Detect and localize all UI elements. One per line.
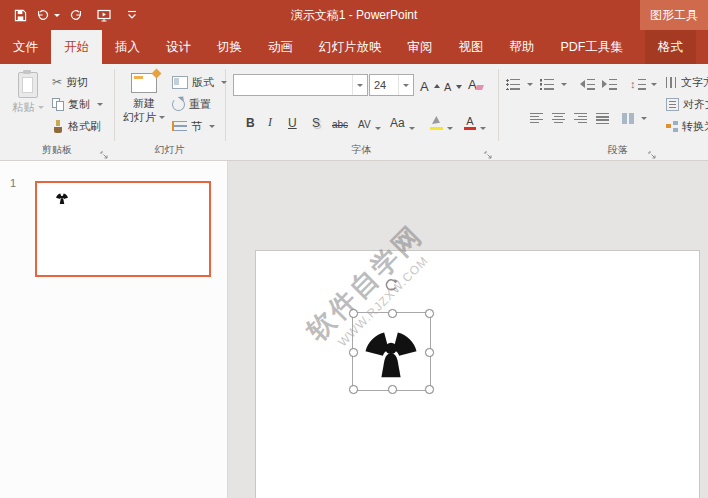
start-slideshow-button[interactable]	[90, 0, 118, 30]
shape-selection[interactable]	[352, 312, 431, 391]
scissors-icon: ✂	[52, 76, 62, 88]
dialog-launcher-icon	[100, 151, 109, 160]
italic-button[interactable]: I	[268, 108, 272, 133]
align-left-button[interactable]	[530, 108, 543, 128]
strikethrough-button[interactable]: abc	[332, 108, 348, 133]
paragraph-dialog-launcher[interactable]	[648, 146, 658, 156]
tab-home[interactable]: 开始	[51, 30, 102, 64]
new-slide-button[interactable]: 新建 幻灯片	[118, 70, 170, 140]
font-size-dropdown[interactable]	[398, 75, 413, 95]
radiation-person-shape[interactable]	[361, 322, 421, 382]
shadow-label: S	[312, 116, 320, 130]
text-direction-icon	[666, 77, 677, 88]
resize-handle-ne[interactable]	[425, 309, 434, 318]
undo-button[interactable]	[34, 0, 62, 30]
numbering-icon	[540, 79, 554, 90]
clipboard-dialog-launcher[interactable]	[100, 146, 110, 156]
underline-label: U	[288, 116, 297, 130]
tab-animations[interactable]: 动画	[255, 30, 306, 64]
tab-file[interactable]: 文件	[0, 30, 51, 64]
chevron-down-icon	[409, 127, 415, 130]
char-spacing-label: AV	[358, 119, 371, 130]
font-dialog-launcher[interactable]	[484, 146, 494, 156]
align-text-button[interactable]: 对齐文本	[666, 94, 708, 114]
resize-handle-n[interactable]	[388, 309, 397, 318]
editing-canvas[interactable]: 软件自学网 WWW.RJZXW.COM	[228, 161, 708, 498]
resize-handle-w[interactable]	[349, 348, 358, 357]
redo-button[interactable]	[62, 0, 90, 30]
increase-indent-button[interactable]	[602, 74, 617, 94]
underline-button[interactable]: U	[288, 108, 297, 133]
slide-surface[interactable]	[255, 250, 700, 498]
change-case-button[interactable]: Aa	[390, 108, 415, 133]
resize-handle-sw[interactable]	[349, 385, 358, 394]
numbering-button[interactable]	[540, 74, 567, 94]
character-spacing-button[interactable]: AV	[358, 108, 381, 133]
font-size-combobox[interactable]: 24	[369, 74, 414, 96]
line-spacing-button[interactable]: ↕	[630, 74, 657, 94]
convert-smartart-button[interactable]: 转换为SmartArt	[666, 116, 708, 136]
resize-handle-nw[interactable]	[349, 309, 358, 318]
paste-label: 粘贴	[13, 101, 35, 114]
decrease-indent-button[interactable]	[580, 74, 595, 94]
updown-arrow-icon: ↕	[630, 78, 636, 90]
tab-pdf-tools[interactable]: PDF工具集	[548, 30, 637, 64]
slide-thumbnail-pane: 1	[0, 161, 228, 498]
lines-icon	[609, 79, 617, 90]
tab-help[interactable]: 帮助	[497, 30, 548, 64]
redo-icon	[70, 9, 83, 21]
customize-qat-icon	[127, 10, 137, 20]
tab-insert[interactable]: 插入	[102, 30, 153, 64]
format-painter-button[interactable]: 格式刷	[52, 116, 101, 136]
tab-review[interactable]: 审阅	[395, 30, 446, 64]
font-color-button[interactable]: A	[464, 108, 486, 133]
align-center-button[interactable]	[552, 108, 565, 128]
grow-font-button[interactable]: A	[420, 76, 440, 96]
tab-format[interactable]: 格式	[645, 30, 696, 64]
paste-button[interactable]: 粘贴	[6, 70, 50, 140]
align-center-icon	[552, 113, 565, 124]
text-shadow-button[interactable]: S	[312, 108, 320, 133]
font-name-dropdown[interactable]	[352, 75, 367, 95]
chevron-down-icon	[159, 116, 165, 119]
font-name-combobox[interactable]	[233, 74, 368, 96]
text-direction-button[interactable]: 文字方向	[666, 72, 708, 92]
indent-left-icon	[580, 80, 585, 88]
columns-button[interactable]	[622, 108, 647, 128]
resize-handle-se[interactable]	[425, 385, 434, 394]
ribbon: 粘贴 ✂ 剪切 复制 格式刷 剪贴板 新建 幻灯片 版式 重置 节 幻灯片	[0, 64, 708, 161]
shrink-font-button[interactable]: A	[444, 77, 462, 97]
layout-button[interactable]: 版式	[172, 72, 227, 92]
text-highlight-button[interactable]	[430, 108, 453, 133]
tab-transitions[interactable]: 切换	[204, 30, 255, 64]
clear-formatting-button[interactable]: A	[468, 74, 483, 94]
save-button[interactable]	[6, 0, 34, 30]
reset-button[interactable]: 重置	[172, 94, 211, 114]
tab-view[interactable]: 视图	[446, 30, 497, 64]
change-case-label: Aa	[390, 116, 405, 130]
copy-button[interactable]: 复制	[52, 94, 103, 114]
justify-button[interactable]	[596, 108, 609, 128]
tab-slideshow[interactable]: 幻灯片放映	[306, 30, 395, 64]
cut-button[interactable]: ✂ 剪切	[52, 72, 88, 92]
section-button[interactable]: 节	[172, 116, 215, 136]
tab-design[interactable]: 设计	[153, 30, 204, 64]
resize-handle-s[interactable]	[388, 385, 397, 394]
chevron-down-icon	[38, 106, 44, 109]
align-right-button[interactable]	[574, 108, 587, 128]
smartart-icon	[666, 121, 678, 132]
customize-qat-button[interactable]	[118, 0, 146, 30]
resize-handle-e[interactable]	[425, 348, 434, 357]
chevron-down-icon	[97, 103, 103, 106]
layout-icon	[172, 76, 188, 89]
copy-label: 复制	[68, 97, 90, 112]
bold-button[interactable]: B	[246, 108, 255, 133]
triangle-down-icon	[456, 85, 462, 89]
lines-icon	[587, 79, 595, 90]
slide-thumbnail[interactable]	[35, 181, 211, 277]
bullets-button[interactable]	[506, 74, 533, 94]
lines-icon	[638, 79, 646, 90]
chevron-down-icon	[209, 125, 215, 128]
chevron-down-icon	[357, 84, 363, 87]
rotate-handle[interactable]	[384, 278, 398, 292]
